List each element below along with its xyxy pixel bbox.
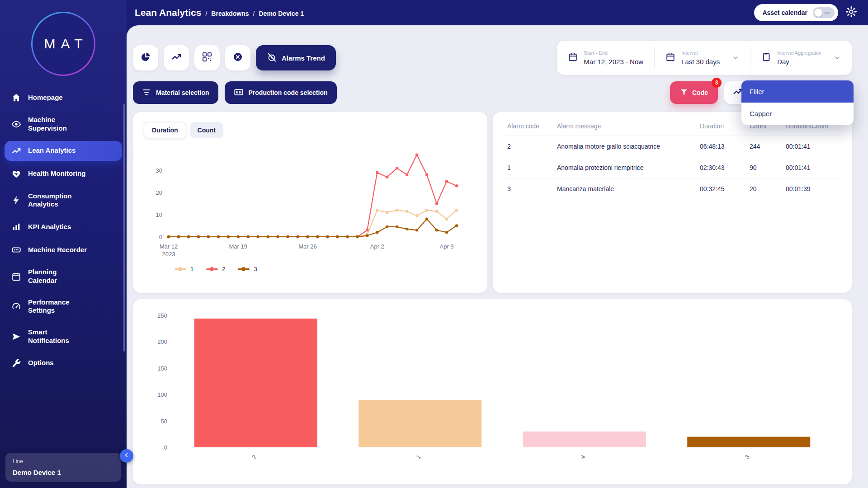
alarms-table-card: Alarm code Alarm message Duration Count … (493, 112, 852, 293)
cards-row: Duration Count 0102030Mar 122023Mar 19Ma… (133, 112, 852, 293)
svg-text:2023: 2023 (162, 251, 175, 258)
content-panel: Alarms Trend Start - End Mar 12, 2023 - … (127, 25, 868, 488)
cell-alarm-code: 1 (504, 157, 553, 178)
topbar-right: Asset calendar OFF (754, 4, 857, 21)
production-code-selection-button[interactable]: Production code selection (225, 81, 337, 104)
breadcrumb-separator: / (253, 10, 255, 17)
cell-alarm-message: Mancanza materiale (553, 178, 696, 200)
cell-alarm-code: 3 (504, 178, 553, 200)
sidebar-item-kpi-analytics[interactable]: KPI Analytics (5, 217, 122, 237)
breadcrumb-section[interactable]: Breakdowns (211, 10, 249, 17)
table-row[interactable]: 1 Anomalia protezioni riempitrice 02:30:… (504, 157, 841, 178)
material-selection-button[interactable]: Material selection (133, 81, 218, 104)
sidebar-item-options[interactable]: Options (5, 353, 122, 373)
svg-text:2: 2 (250, 454, 258, 460)
wrench-icon (11, 358, 22, 368)
svg-text:100: 100 (157, 391, 167, 398)
legend-item[interactable]: 1 (175, 266, 193, 272)
col-alarm-message: Alarm message (553, 115, 696, 136)
sidebar-item-smart-notifications[interactable]: Smart Notifications (5, 323, 122, 350)
eye-icon (11, 119, 22, 129)
stops-view-button[interactable] (225, 45, 250, 70)
sidebar-collapse-button[interactable] (120, 449, 133, 463)
svg-text:Mar 19: Mar 19 (229, 243, 247, 250)
sidebar-item-label: Options (28, 359, 54, 367)
breadcrumb-separator: / (205, 10, 207, 17)
bar-chart-icon (11, 222, 22, 232)
alarm-slash-icon (267, 52, 277, 64)
qr-view-button[interactable] (194, 45, 220, 70)
cell-duration-count: 00:01:41 (782, 136, 841, 157)
dropdown-option-capper[interactable]: Capper (741, 103, 854, 125)
sidebar-item-machine-supervision[interactable]: Machine Supervision (5, 111, 122, 138)
alarms-trend-label: Alarms Trend (282, 54, 325, 62)
sidebar-item-lean-analytics[interactable]: Lean Analytics (5, 141, 122, 161)
sidebar-item-health-monitoring[interactable]: Health Monitoring (5, 164, 122, 184)
code-filter-button[interactable]: Code 3 (670, 81, 718, 104)
cell-count: 20 (746, 178, 782, 200)
tab-count[interactable]: Count (190, 122, 223, 138)
code-filter-badge: 3 (712, 78, 722, 88)
asset-calendar-label: Asset calendar (762, 9, 807, 16)
trend-view-button[interactable] (164, 45, 189, 70)
legend-item[interactable]: 3 (238, 266, 257, 272)
sidebar-item-planning-calendar[interactable]: Planning Calendar (5, 263, 122, 290)
sidebar-scrollbar[interactable] (123, 104, 125, 352)
logo-text: MAT (33, 13, 94, 75)
asset-calendar-toggle[interactable]: OFF (813, 7, 835, 18)
alarms-trend-line-chart: 0102030Mar 122023Mar 19Mar 26Apr 2Apr 9 (144, 142, 469, 265)
sidebar-item-homepage[interactable]: Homepage (5, 88, 122, 108)
bolt-icon (11, 195, 22, 205)
chart-mode-tabs: Duration Count (144, 122, 476, 138)
filter-toolbar: Material selection Production code selec… (133, 81, 852, 104)
asset-calendar-pill: Asset calendar OFF (754, 4, 838, 21)
topbar: Lean Analytics / Breakdowns / Demo Devic… (127, 0, 868, 25)
cell-duration: 02:30:43 (696, 157, 746, 178)
interval-select[interactable]: Interval Last 30 days (654, 47, 750, 69)
chevron-down-icon (834, 54, 841, 61)
device-card[interactable]: Line Demo Device 1 (5, 453, 121, 482)
aggregation-label: Interval Aggregation (777, 50, 821, 56)
table-row[interactable]: 2 Anomalia motore giallo sciacquatrice 0… (504, 136, 841, 157)
table-row[interactable]: 3 Mancanza materiale 00:32:45 20 00:01:3… (504, 178, 841, 200)
calendar-icon (568, 52, 578, 64)
legend-item[interactable]: 2 (206, 266, 225, 272)
machine-dropdown: Filler Capper (741, 80, 854, 125)
sidebar-item-consumption-analytics[interactable]: Consumption Analytics (5, 187, 122, 214)
calendar-icon (665, 52, 675, 64)
sidebar-item-label: Smart Notifications (28, 328, 69, 345)
sidebar-item-performance-settings[interactable]: Performance Settings (5, 293, 122, 320)
sidebar-item-label: KPI Analytics (28, 223, 71, 231)
alarms-trend-button[interactable]: Alarms Trend (256, 45, 336, 70)
cell-count: 90 (746, 157, 782, 178)
svg-text:200: 200 (157, 338, 167, 345)
dropdown-option-filler[interactable]: Filler (741, 80, 854, 103)
sidebar-item-machine-recorder[interactable]: Machine Recorder (5, 240, 122, 260)
home-icon (11, 93, 22, 103)
pie-chart-view-button[interactable] (133, 45, 158, 70)
svg-text:20: 20 (156, 189, 162, 196)
calendar-icon (11, 272, 22, 282)
alarms-trend-card: Duration Count 0102030Mar 122023Mar 19Ma… (133, 112, 487, 293)
aggregation-select[interactable]: Interval Aggregation Day (750, 47, 852, 69)
pie-chart-icon (140, 52, 151, 64)
send-icon (11, 332, 22, 342)
sidebar-item-label: Performance Settings (28, 298, 70, 315)
cell-duration-count: 00:01:39 (782, 178, 841, 200)
date-controls-card: Start - End Mar 12, 2023 - Now Interval … (557, 41, 852, 75)
aggregation-value: Day (777, 58, 821, 66)
interval-label: Interval (681, 50, 720, 56)
chevron-left-icon (123, 451, 130, 460)
view-toolbar: Alarms Trend Start - End Mar 12, 2023 - … (133, 41, 852, 75)
svg-text:Mar 26: Mar 26 (298, 243, 316, 250)
settings-gear-icon[interactable] (845, 6, 857, 19)
tab-duration[interactable]: Duration (144, 122, 186, 138)
date-range-field[interactable]: Start - End Mar 12, 2023 - Now (557, 47, 654, 69)
svg-text:Mar 12: Mar 12 (160, 243, 178, 250)
svg-text:10: 10 (156, 211, 162, 218)
funnel-icon (680, 88, 688, 98)
breadcrumb-device[interactable]: Demo Device 1 (259, 10, 304, 17)
alarm-count-bar-card: 0501001502002502143 (133, 299, 852, 484)
trend-icon (11, 146, 22, 156)
alarms-count-bar-chart: 0501001502002502143 (144, 308, 840, 467)
